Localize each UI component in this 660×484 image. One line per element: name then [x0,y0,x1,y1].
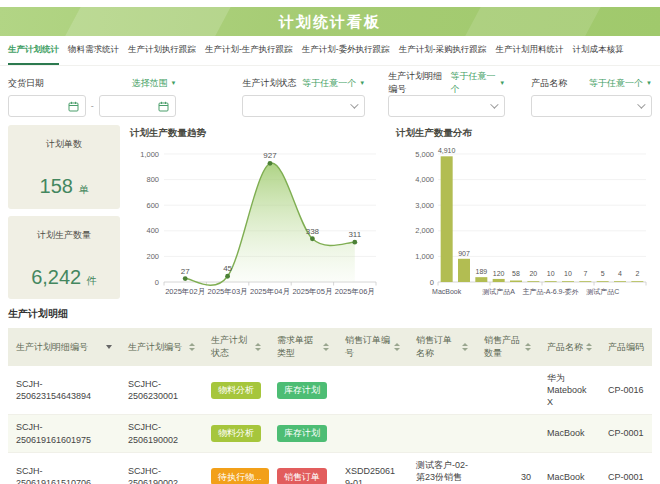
end-date-input[interactable] [99,95,177,117]
sort-icon[interactable] [525,343,531,351]
svg-text:2025年03月: 2025年03月 [208,287,248,296]
column-label: 销售订单编号 [345,334,392,360]
tab-2[interactable]: 生产计划执行跟踪 [128,36,196,65]
cell-status: 物料分析 [203,415,269,452]
column-header-6[interactable]: 销售产品数量 [476,328,539,366]
table-row[interactable]: SCJH-250619161601975SCJHC-2506190002物料分析… [8,415,652,452]
column-header-7[interactable]: 产品名称 [539,328,600,366]
sort-icon[interactable] [323,343,329,351]
table-section-title: 生产计划明细 [8,307,652,321]
bar [614,281,626,282]
svg-text:测试产品A: 测试产品A [482,288,515,296]
column-header-3[interactable]: 需求单据类型 [269,328,337,366]
cell-code: CP-0001 [600,452,652,484]
column-header-5[interactable]: 销售订单名称 [408,328,476,366]
chevron-down-icon [490,100,498,108]
plan-detail-no-mode-button[interactable]: 等于任意一个▼ [451,70,506,96]
doc-type-badge: 销售订单 [277,468,327,484]
column-header-1[interactable]: 生产计划编号 [120,328,203,366]
svg-text:4,910: 4,910 [438,147,456,154]
svg-text:2025年04月: 2025年04月 [250,287,290,296]
svg-text:5,000: 5,000 [415,150,434,159]
sort-icon[interactable] [255,343,261,351]
tab-6[interactable]: 生产计划用料统计 [496,36,564,65]
distribution-chart-card: 计划生产数量分布 01,0002,0003,0004,0005,0004,910… [394,125,652,299]
chevron-down-icon [350,100,358,108]
column-label: 产品名称 [547,341,583,354]
stat-title: 计划生产数量 [8,229,120,242]
sort-icon[interactable] [462,343,468,351]
plan-status-mode-button[interactable]: 等于任意一个▼ [302,77,365,90]
cell-order-name [408,415,476,452]
cell-product: MacBook [539,452,600,484]
bar [441,156,453,282]
product-name-select[interactable] [531,95,652,117]
cell-product: 华为Matebook X [539,366,600,415]
svg-text:27: 27 [181,267,190,276]
svg-text:2: 2 [635,270,639,277]
tab-3[interactable]: 生产计划-生产执行跟踪 [205,36,293,65]
plan-detail-no-select[interactable] [388,95,505,117]
cell-order-no: XSDD250619-01 [337,452,408,484]
cell-detail-no: SCJH-250619161510706 [8,452,120,484]
sort-icon[interactable] [586,343,592,351]
column-header-2[interactable]: 生产计划状态 [203,328,269,366]
svg-text:2025年06月: 2025年06月 [335,287,375,296]
cell-plan-no: SCJHC-2506190002 [120,415,203,452]
stat-cards: 计划单数 158 单 计划生产数量 6,242 件 [8,125,120,299]
column-header-4[interactable]: 销售订单编号 [337,328,408,366]
column-label: 销售订单名称 [416,334,460,360]
sort-icon[interactable] [394,343,400,351]
tab-7[interactable]: 计划成本核算 [573,36,624,65]
doc-type-badge: 库存计划 [277,382,327,399]
trend-chart-title: 计划生产数量趋势 [128,125,384,142]
date-range-mode-button[interactable]: 选择范围▼ [131,77,176,90]
distribution-chart-title: 计划生产数量分布 [394,125,652,142]
filter-plan-status: 生产计划状态 等于任意一个▼ [242,76,365,117]
start-date-input[interactable] [8,95,86,117]
sort-icon[interactable] [189,343,195,351]
svg-text:2,000: 2,000 [415,226,434,235]
cell-code: CP-0001 [600,415,652,452]
table-row[interactable]: SCJH-250623154643894SCJHC-2506230001物料分析… [8,366,652,415]
column-header-0[interactable]: 生产计划明细编号 [8,328,120,366]
dashboard: 计划统计看板 生产计划统计物料需求统计生产计划执行跟踪生产计划-生产执行跟踪生产… [0,7,660,484]
svg-text:3,000: 3,000 [415,201,434,210]
filter-label-plan-status: 生产计划状态 [242,77,296,90]
svg-text:200: 200 [146,252,159,261]
svg-text:1,000: 1,000 [415,252,434,261]
svg-text:189: 189 [475,268,487,275]
tab-0[interactable]: 生产计划统计 [8,36,59,65]
svg-text:2025年05月: 2025年05月 [292,287,332,296]
page-header: 计划统计看板 [0,7,660,36]
cell-qty [476,366,539,415]
filter-plan-detail-no: 生产计划明细编号 等于任意一个▼ [388,76,505,117]
svg-text:800: 800 [146,175,159,184]
svg-text:4,000: 4,000 [415,175,434,184]
stat-value: 6,242 件 [8,266,120,289]
caret-down-icon[interactable] [106,345,112,349]
product-name-mode-button[interactable]: 等于任意一个▼ [589,77,652,90]
svg-text:10: 10 [547,270,555,277]
bar [562,281,574,282]
date-range-separator: - [91,101,94,111]
svg-text:5: 5 [601,270,605,277]
svg-text:7: 7 [583,270,587,277]
data-point [268,161,273,166]
status-badge: 待执行物... [211,468,269,484]
tab-4[interactable]: 生产计划-委外执行跟踪 [302,36,390,65]
table-row[interactable]: SCJH-250619161510706SCJHC-2506190002待执行物… [8,452,652,484]
cell-status: 物料分析 [203,366,269,415]
caret-down-icon: ▼ [359,80,365,86]
tab-1[interactable]: 物料需求统计 [68,36,119,65]
svg-text:0: 0 [430,278,434,287]
distribution-chart: 01,0002,0003,0004,0005,0004,910907189120… [394,142,652,308]
bar [475,277,487,282]
column-header-8[interactable]: 产品编码 [600,328,652,366]
bar [527,281,539,282]
data-point [310,236,315,241]
plan-status-select[interactable] [242,95,365,117]
cell-doc-type: 销售订单 [269,452,337,484]
bar [597,281,609,282]
tab-5[interactable]: 生产计划-采购执行跟踪 [399,36,487,65]
